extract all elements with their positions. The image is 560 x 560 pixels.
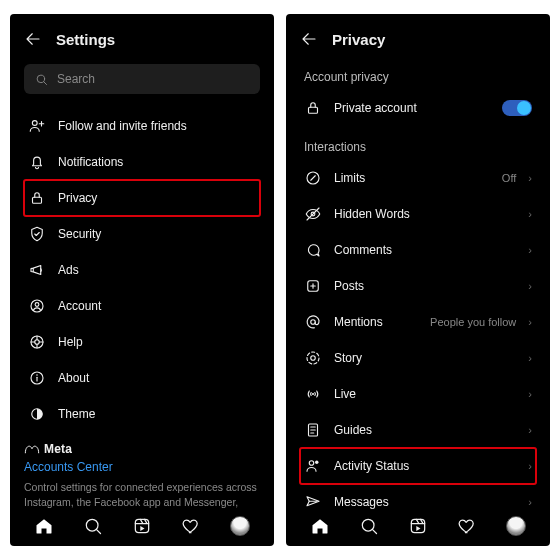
- notifications-row[interactable]: Notifications: [24, 144, 260, 180]
- search-placeholder: Search: [57, 72, 95, 86]
- settings-header: Settings: [10, 14, 274, 56]
- tab-search[interactable]: [359, 516, 379, 536]
- row-label: Help: [58, 335, 256, 349]
- tab-bar: [286, 510, 550, 546]
- tab-home[interactable]: [310, 516, 330, 536]
- security-row[interactable]: Security: [24, 216, 260, 252]
- row-label: Limits: [334, 171, 490, 185]
- guides-row[interactable]: Guides›: [300, 412, 536, 448]
- chevron-right-icon: ›: [528, 388, 532, 400]
- svg-point-4: [35, 303, 39, 307]
- tab-activity[interactable]: [457, 516, 477, 536]
- privacy-row[interactable]: Privacy: [24, 180, 260, 216]
- search-icon: [34, 72, 49, 87]
- back-arrow-icon[interactable]: [300, 30, 318, 48]
- row-label: Notifications: [58, 155, 256, 169]
- private-account-row[interactable]: Private account: [300, 90, 536, 126]
- posts-row[interactable]: Posts›: [300, 268, 536, 304]
- ads-row[interactable]: Ads: [24, 252, 260, 288]
- theme-icon: [28, 405, 46, 423]
- comment-icon: [304, 241, 322, 259]
- tab-activity[interactable]: [181, 516, 201, 536]
- mentions-row[interactable]: MentionsPeople you follow›: [300, 304, 536, 340]
- row-label: Account: [58, 299, 256, 313]
- row-trail: People you follow: [430, 316, 516, 328]
- guides-icon: [304, 421, 322, 439]
- tab-search[interactable]: [83, 516, 103, 536]
- chevron-right-icon: ›: [528, 280, 532, 292]
- svg-point-22: [315, 461, 318, 464]
- follow-and-invite-friends-row[interactable]: Follow and invite friends: [24, 108, 260, 144]
- svg-point-17: [307, 352, 319, 364]
- chevron-right-icon: ›: [528, 352, 532, 364]
- svg-point-8: [36, 374, 38, 376]
- svg-rect-2: [33, 197, 42, 203]
- row-label: Guides: [334, 423, 516, 437]
- privacy-header: Privacy: [286, 14, 550, 56]
- settings-screen: Settings Search Follow and invite friend…: [10, 14, 274, 546]
- row-label: Follow and invite friends: [58, 119, 256, 133]
- activity-icon: [304, 457, 322, 475]
- limits-icon: [304, 169, 322, 187]
- private-account-toggle[interactable]: [502, 100, 532, 116]
- svg-point-6: [35, 340, 40, 345]
- row-label: Story: [334, 351, 516, 365]
- story-row[interactable]: Story›: [300, 340, 536, 376]
- account-icon: [28, 297, 46, 315]
- comments-row[interactable]: Comments›: [300, 232, 536, 268]
- theme-row[interactable]: Theme: [24, 396, 260, 432]
- meta-blurb: Control settings for connected experienc…: [24, 480, 260, 510]
- row-label: About: [58, 371, 256, 385]
- tab-profile[interactable]: [230, 516, 250, 536]
- row-label: Posts: [334, 279, 516, 293]
- svg-point-18: [311, 356, 316, 361]
- chevron-right-icon: ›: [528, 316, 532, 328]
- private-account-label: Private account: [334, 101, 490, 115]
- svg-rect-12: [309, 107, 318, 113]
- megaphone-icon: [28, 261, 46, 279]
- chevron-right-icon: ›: [528, 208, 532, 220]
- search-input[interactable]: Search: [24, 64, 260, 94]
- hidden-words-row[interactable]: Hidden Words›: [300, 196, 536, 232]
- chevron-right-icon: ›: [528, 244, 532, 256]
- limits-row[interactable]: LimitsOff›: [300, 160, 536, 196]
- row-trail: Off: [502, 172, 516, 184]
- account-row[interactable]: Account: [24, 288, 260, 324]
- tab-home[interactable]: [34, 516, 54, 536]
- eye-off-icon: [304, 205, 322, 223]
- row-label: Privacy: [58, 191, 256, 205]
- lock-icon: [304, 99, 322, 117]
- meta-section: Meta Accounts Center Control settings fo…: [24, 442, 260, 510]
- activity-status-row[interactable]: Activity Status›: [300, 448, 536, 484]
- about-row[interactable]: About: [24, 360, 260, 396]
- privacy-screen: Privacy Account privacy Private account …: [286, 14, 550, 546]
- row-label: Live: [334, 387, 516, 401]
- row-label: Hidden Words: [334, 207, 516, 221]
- bell-icon: [28, 153, 46, 171]
- tab-profile[interactable]: [506, 516, 526, 536]
- meta-brand-text: Meta: [44, 442, 72, 456]
- row-label: Mentions: [334, 315, 418, 329]
- tab-reels[interactable]: [132, 516, 152, 536]
- info-icon: [28, 369, 46, 387]
- back-arrow-icon[interactable]: [24, 30, 42, 48]
- chevron-right-icon: ›: [528, 496, 532, 508]
- row-label: Ads: [58, 263, 256, 277]
- section-account-privacy: Account privacy: [300, 56, 536, 90]
- accounts-center-link[interactable]: Accounts Center: [24, 460, 260, 474]
- message-icon: [304, 493, 322, 510]
- svg-point-1: [32, 121, 37, 126]
- tab-reels[interactable]: [408, 516, 428, 536]
- privacy-title: Privacy: [332, 31, 385, 48]
- at-icon: [304, 313, 322, 331]
- row-label: Security: [58, 227, 256, 241]
- messages-row[interactable]: Messages›: [300, 484, 536, 510]
- live-row[interactable]: Live›: [300, 376, 536, 412]
- shield-icon: [28, 225, 46, 243]
- chevron-right-icon: ›: [528, 172, 532, 184]
- story-icon: [304, 349, 322, 367]
- svg-point-21: [309, 461, 314, 466]
- tab-bar: [10, 510, 274, 546]
- help-row[interactable]: Help: [24, 324, 260, 360]
- row-label: Activity Status: [334, 459, 516, 473]
